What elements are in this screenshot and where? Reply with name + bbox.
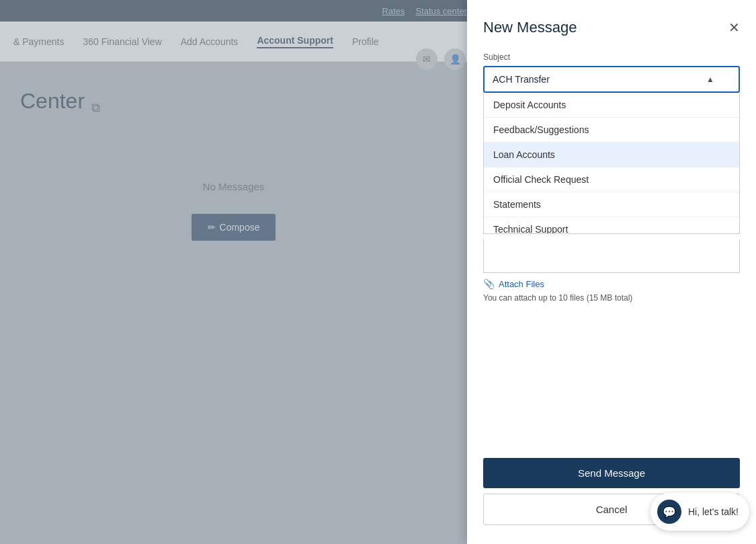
dropdown-item-check-request[interactable]: Official Check Request (484, 167, 739, 192)
send-message-button[interactable]: Send Message (483, 458, 740, 488)
attach-files-link[interactable]: Attach Files (499, 279, 544, 289)
modal-title: New Message (483, 19, 577, 36)
dropdown-item-statements[interactable]: Statements (484, 192, 739, 217)
chevron-up-icon: ▲ (706, 75, 714, 84)
chat-bubble-icon: 💬 (657, 500, 681, 524)
close-modal-button[interactable]: ✕ (728, 21, 740, 34)
subject-value: ACH Transfer (493, 74, 550, 85)
subject-select-wrapper: ACH Transfer ▲ Deposit Accounts Feedback… (483, 66, 740, 239)
subject-label: Subject (483, 52, 740, 62)
subject-dropdown-list: Deposit Accounts Feedback/Suggestions Lo… (483, 93, 740, 234)
dropdown-item-feedback[interactable]: Feedback/Suggestions (484, 118, 739, 143)
attach-icon: 📎 (483, 278, 495, 289)
dropdown-item-deposit-accounts[interactable]: Deposit Accounts (484, 93, 739, 118)
modal-spacer (483, 303, 740, 458)
chat-bubble-text: Hi, let's talk! (688, 506, 739, 517)
dropdown-item-loan-accounts[interactable]: Loan Accounts (484, 143, 739, 167)
message-textarea[interactable] (483, 239, 740, 273)
modal-backdrop (0, 0, 467, 544)
attach-hint: You can attach up to 10 files (15 MB tot… (483, 293, 740, 303)
dropdown-item-technical-support[interactable]: Technical Support (484, 217, 739, 234)
new-message-modal: New Message ✕ Subject ACH Transfer ▲ Dep… (467, 0, 756, 544)
modal-header: New Message ✕ (483, 19, 740, 36)
subject-dropdown[interactable]: ACH Transfer ▲ (483, 66, 740, 93)
chat-bubble[interactable]: 💬 Hi, let's talk! (650, 493, 749, 531)
attach-row: 📎 Attach Files (483, 278, 740, 289)
